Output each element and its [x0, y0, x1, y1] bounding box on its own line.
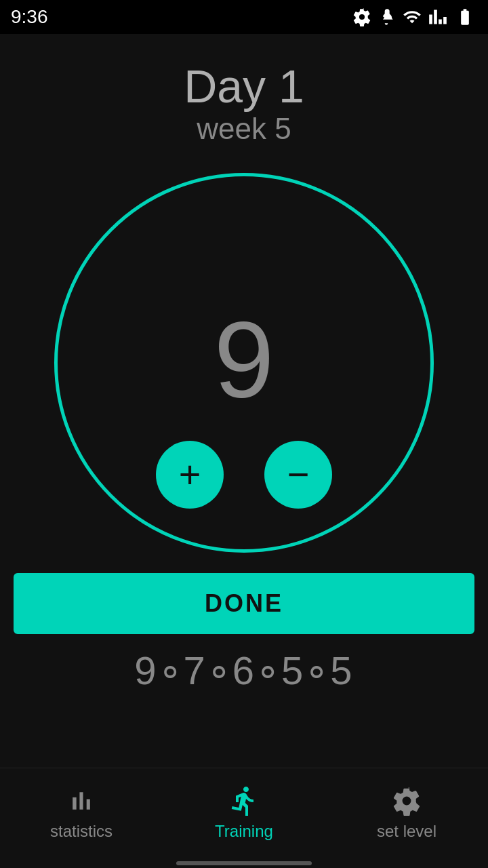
bottom-nav: statistics Training set level — [0, 768, 488, 856]
decrement-button[interactable]: − — [264, 441, 332, 509]
wifi-icon — [401, 7, 423, 26]
week-subtitle: week 5 — [197, 112, 291, 146]
nav-item-training[interactable]: Training — [176, 784, 312, 841]
battery-icon — [453, 7, 477, 26]
nav-item-set-level[interactable]: set level — [339, 784, 474, 841]
notification-status-icon — [377, 7, 396, 26]
nav-label-set-level: set level — [377, 822, 436, 841]
home-indicator — [176, 861, 312, 865]
nav-label-training: Training — [215, 822, 273, 841]
nav-item-statistics[interactable]: statistics — [14, 784, 149, 841]
settings-status-icon — [352, 7, 371, 26]
counter-circle: 9 + − — [54, 173, 434, 553]
main-content: Day 1 week 5 9 + − DONE 9∘7∘6∘5∘5 — [0, 34, 488, 768]
nav-label-statistics: statistics — [50, 822, 113, 841]
rep-history: 9∘7∘6∘5∘5 — [134, 648, 353, 694]
training-icon — [227, 784, 261, 818]
day-title: Day 1 — [184, 61, 304, 112]
counter-value: 9 — [214, 305, 274, 414]
status-time: 9:36 — [11, 6, 48, 28]
set-level-icon — [390, 784, 424, 818]
statistics-icon — [64, 784, 98, 818]
status-bar: 9:36 — [0, 0, 488, 34]
done-button[interactable]: DONE — [14, 573, 474, 634]
counter-buttons: + − — [156, 441, 332, 509]
signal-icon — [428, 7, 447, 26]
increment-button[interactable]: + — [156, 441, 224, 509]
status-icons — [352, 7, 477, 26]
